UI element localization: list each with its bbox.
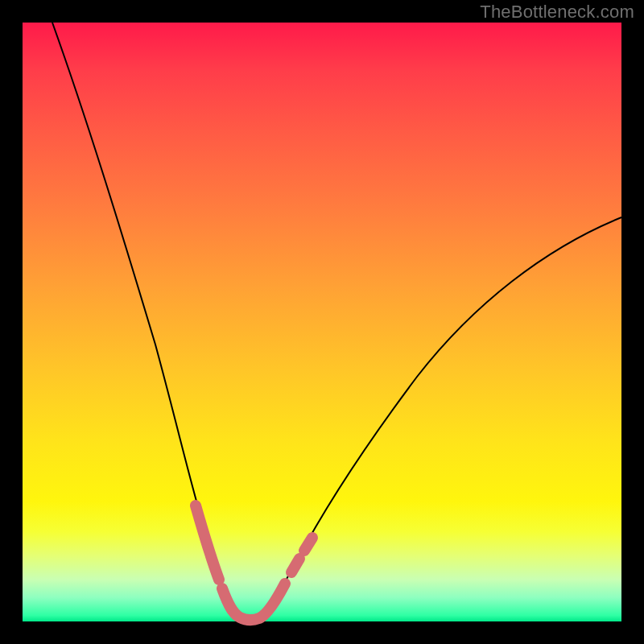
highlight-seg-right-1	[291, 559, 299, 572]
gradient-plot-area	[23, 23, 621, 621]
watermark-text: TheBottleneck.com	[480, 2, 634, 23]
highlight-seg-left	[196, 506, 219, 580]
highlight-seg-right-2	[304, 538, 312, 551]
bottleneck-curve-path	[52, 23, 621, 620]
bottleneck-curve-svg	[23, 23, 621, 621]
outer-frame: TheBottleneck.com	[0, 0, 644, 644]
highlight-seg-bottom	[222, 584, 285, 620]
